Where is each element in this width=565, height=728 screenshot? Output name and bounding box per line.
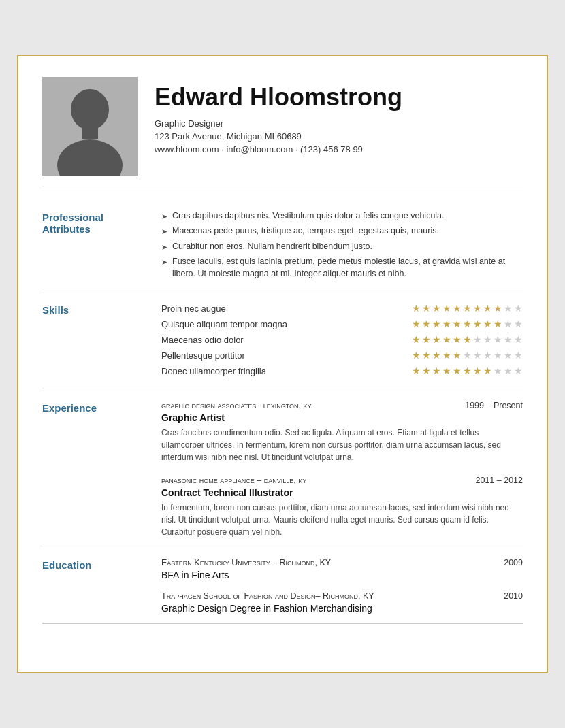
empty-star-icon: ★ bbox=[494, 334, 502, 346]
header-info: Edward Hloomstrong Graphic Designer 123 … bbox=[155, 77, 523, 158]
filled-star-icon: ★ bbox=[463, 303, 472, 314]
filled-star-icon: ★ bbox=[442, 365, 451, 377]
skill-stars: ★★★★★★★★★★★ bbox=[412, 303, 523, 314]
skills-label: Skills bbox=[42, 303, 148, 381]
filled-star-icon: ★ bbox=[412, 334, 421, 346]
empty-star-icon: ★ bbox=[514, 365, 523, 377]
filled-star-icon: ★ bbox=[432, 303, 441, 314]
experience-entry: Graphic Design Associates– Lexington, KY… bbox=[161, 401, 523, 463]
professional-attributes-label: Professional Attributes bbox=[42, 210, 148, 284]
skill-stars: ★★★★★★★★★★★ bbox=[412, 318, 523, 330]
skill-stars: ★★★★★★★★★★★ bbox=[412, 365, 523, 377]
professional-attributes-content: ➤Cras dapibus dapibus nis. Vestibulum qu… bbox=[161, 210, 523, 284]
list-item: ➤Curabitur non eros. Nullam hendrerit bi… bbox=[161, 241, 523, 253]
filled-star-icon: ★ bbox=[432, 365, 441, 377]
exp-title: Graphic Artist bbox=[161, 412, 523, 423]
filled-star-icon: ★ bbox=[442, 334, 451, 346]
address: 123 Park Avenue, Michigan MI 60689 bbox=[155, 131, 523, 142]
exp-date: 1999 – Present bbox=[465, 401, 523, 410]
exp-title: Contract Technical Illustrator bbox=[161, 487, 523, 498]
filled-star-icon: ★ bbox=[412, 350, 421, 361]
footer-space bbox=[42, 624, 523, 651]
skill-row: Maecenas odio dolor★★★★★★★★★★★ bbox=[161, 334, 523, 346]
empty-star-icon: ★ bbox=[504, 303, 513, 314]
filled-star-icon: ★ bbox=[422, 334, 431, 346]
filled-star-icon: ★ bbox=[412, 365, 421, 377]
filled-star-icon: ★ bbox=[483, 318, 492, 330]
exp-header: Panasonic Home Appliance – Danville, KY … bbox=[161, 476, 523, 485]
list-item: ➤Maecenas pede purus, tristique ac, temp… bbox=[161, 225, 523, 237]
filled-star-icon: ★ bbox=[463, 365, 472, 377]
empty-star-icon: ★ bbox=[504, 318, 513, 330]
skill-name: Donec ullamcorper fringilla bbox=[161, 366, 266, 376]
empty-star-icon: ★ bbox=[514, 334, 523, 346]
skill-name: Quisque aliquam tempor magna bbox=[161, 319, 287, 329]
filled-star-icon: ★ bbox=[473, 303, 482, 314]
attributes-list: ➤Cras dapibus dapibus nis. Vestibulum qu… bbox=[161, 210, 523, 280]
filled-star-icon: ★ bbox=[494, 318, 502, 330]
edu-degree: Graphic Design Degree in Fashion Merchan… bbox=[161, 603, 523, 614]
filled-star-icon: ★ bbox=[422, 350, 431, 361]
empty-star-icon: ★ bbox=[463, 350, 472, 361]
exp-description: In fermentum, lorem non cursus porttitor… bbox=[161, 501, 523, 538]
skill-row: Pellentesque porttitor★★★★★★★★★★★ bbox=[161, 350, 523, 361]
skill-row: Donec ullamcorper fringilla★★★★★★★★★★★ bbox=[161, 365, 523, 377]
filled-star-icon: ★ bbox=[442, 303, 451, 314]
education-section: Education Eastern Kentucky University – … bbox=[42, 548, 523, 624]
filled-star-icon: ★ bbox=[432, 318, 441, 330]
arrow-icon: ➤ bbox=[161, 257, 167, 267]
svg-point-1 bbox=[71, 89, 109, 130]
skill-stars: ★★★★★★★★★★★ bbox=[412, 334, 523, 346]
education-content: Eastern Kentucky University – Richmond, … bbox=[161, 558, 523, 614]
empty-star-icon: ★ bbox=[494, 350, 502, 361]
filled-star-icon: ★ bbox=[412, 303, 421, 314]
list-item: ➤Fusce iaculis, est quis lacinia pretium… bbox=[161, 256, 523, 280]
filled-star-icon: ★ bbox=[483, 365, 492, 377]
filled-star-icon: ★ bbox=[422, 318, 431, 330]
contact-info: www.hloom.com · info@hloom.com · (123) 4… bbox=[155, 144, 523, 154]
skills-content: Proin nec augue★★★★★★★★★★★Quisque aliqua… bbox=[161, 303, 523, 381]
exp-date: 2011 – 2012 bbox=[475, 476, 523, 485]
empty-star-icon: ★ bbox=[514, 318, 523, 330]
filled-star-icon: ★ bbox=[432, 334, 441, 346]
exp-company: Graphic Design Associates– Lexington, KY bbox=[161, 401, 312, 410]
filled-star-icon: ★ bbox=[483, 303, 492, 314]
edu-header: Traphagen School of Fashion and Design– … bbox=[161, 591, 523, 601]
empty-star-icon: ★ bbox=[514, 350, 523, 361]
edu-school: Traphagen School of Fashion and Design– … bbox=[161, 591, 374, 601]
skill-name: Pellentesque porttitor bbox=[161, 350, 245, 361]
filled-star-icon: ★ bbox=[453, 303, 462, 314]
edu-school: Eastern Kentucky University – Richmond, … bbox=[161, 558, 331, 567]
edu-degree: BFA in Fine Arts bbox=[161, 569, 523, 580]
svg-rect-3 bbox=[82, 126, 98, 139]
job-title: Graphic Designer bbox=[155, 118, 523, 129]
skill-name: Maecenas odio dolor bbox=[161, 335, 244, 345]
filled-star-icon: ★ bbox=[473, 318, 482, 330]
filled-star-icon: ★ bbox=[453, 318, 462, 330]
skill-name: Proin nec augue bbox=[161, 303, 226, 314]
filled-star-icon: ★ bbox=[412, 318, 421, 330]
filled-star-icon: ★ bbox=[442, 350, 451, 361]
filled-star-icon: ★ bbox=[453, 334, 462, 346]
empty-star-icon: ★ bbox=[514, 303, 523, 314]
filled-star-icon: ★ bbox=[453, 350, 462, 361]
empty-star-icon: ★ bbox=[504, 334, 513, 346]
filled-star-icon: ★ bbox=[494, 303, 502, 314]
full-name: Edward Hloomstrong bbox=[155, 84, 523, 111]
edu-year: 2009 bbox=[504, 558, 523, 567]
filled-star-icon: ★ bbox=[463, 318, 472, 330]
arrow-icon: ➤ bbox=[161, 212, 167, 222]
empty-star-icon: ★ bbox=[504, 350, 513, 361]
education-entry: Eastern Kentucky University – Richmond, … bbox=[161, 558, 523, 580]
empty-star-icon: ★ bbox=[483, 334, 492, 346]
avatar bbox=[42, 77, 138, 176]
filled-star-icon: ★ bbox=[432, 350, 441, 361]
resume-page: Edward Hloomstrong Graphic Designer 123 … bbox=[17, 55, 548, 674]
experience-section: Experience Graphic Design Associates– Le… bbox=[42, 391, 523, 548]
empty-star-icon: ★ bbox=[473, 350, 482, 361]
professional-attributes-section: Professional Attributes ➤Cras dapibus da… bbox=[42, 201, 523, 294]
filled-star-icon: ★ bbox=[473, 365, 482, 377]
arrow-icon: ➤ bbox=[161, 227, 167, 237]
filled-star-icon: ★ bbox=[453, 365, 462, 377]
filled-star-icon: ★ bbox=[463, 334, 472, 346]
